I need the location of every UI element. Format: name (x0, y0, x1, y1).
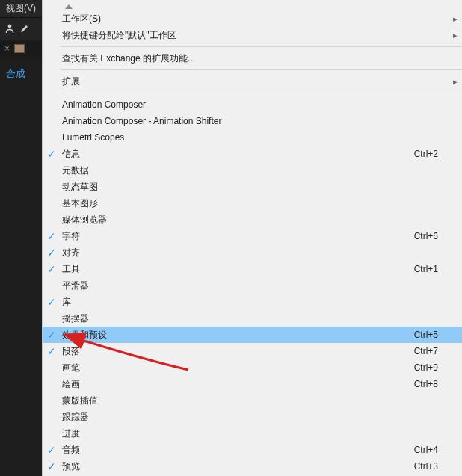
check-icon: ✓ (47, 231, 56, 241)
chevron-right-icon: ▸ (453, 31, 458, 40)
tab-thumbnail[interactable] (14, 44, 25, 53)
check-column: ✓ (43, 149, 61, 159)
menu-item[interactable]: ✓对齐 (43, 244, 462, 261)
menu-item-label: 动态草图 (61, 181, 449, 194)
menu-item[interactable]: 查找有关 Exchange 的扩展功能... (43, 50, 462, 67)
tab-row: × (0, 40, 42, 57)
menu-item[interactable]: ✓工具Ctrl+1 (43, 261, 462, 277)
menu-item-label: 扩展 (61, 75, 449, 88)
menu-item-shortcut: Ctrl+6 (414, 231, 449, 241)
menu-item[interactable]: 摇摆器 (43, 310, 462, 327)
menu-item[interactable]: 平滑器 (43, 277, 462, 294)
menu-item[interactable]: 将快捷键分配给"默认"工作区▸ (43, 27, 462, 43)
menu-item[interactable]: 基本图形 (43, 195, 462, 211)
panel-label-composition[interactable]: 合成 (0, 67, 42, 81)
menu-item-shortcut: Ctrl+5 (414, 330, 449, 340)
menu-item-label: Lumetri Scopes (61, 132, 449, 143)
menu-item[interactable]: ✓字符Ctrl+6 (43, 228, 462, 244)
check-icon: ✓ (47, 297, 56, 307)
menu-item[interactable]: 工作区(S)▸ (43, 10, 462, 27)
menu-item[interactable]: 元数据 (43, 162, 462, 179)
menu-item-shortcut: Ctrl+4 (414, 445, 449, 455)
person-icon[interactable] (4, 23, 15, 36)
check-icon: ✓ (47, 149, 56, 159)
menu-separator (61, 46, 462, 47)
menu-item[interactable]: 媒体浏览器 (43, 211, 462, 228)
menu-item[interactable]: Lumetri Scopes (43, 129, 462, 146)
menu-item-shortcut: Ctrl+1 (414, 264, 449, 274)
menu-item-label: 库 (61, 296, 449, 309)
menu-item-label: 工具 (61, 263, 414, 276)
menu-scroll-up[interactable] (43, 0, 462, 10)
chevron-right-icon: ▸ (453, 77, 458, 87)
menu-item-label: 进度 (61, 427, 449, 440)
menu-item[interactable]: ✓段落Ctrl+7 (43, 343, 462, 359)
menu-item-label: 字符 (61, 230, 414, 243)
menu-item-label: 基本图形 (61, 197, 449, 210)
menu-item[interactable]: 画笔Ctrl+9 (43, 359, 462, 376)
menu-item[interactable]: ✓效果和预设Ctrl+5 (43, 327, 462, 343)
chevron-up-icon (65, 4, 73, 9)
menu-item-label: 媒体浏览器 (61, 214, 449, 226)
menu-item[interactable]: 动态草图 (43, 179, 462, 195)
menu-item-label: 元数据 (61, 164, 449, 177)
submenu-column: ▸ (449, 31, 462, 40)
menu-item-label: 蒙版插值 (61, 395, 449, 407)
menu-separator (61, 69, 462, 70)
check-icon: ✓ (47, 264, 56, 274)
menu-item[interactable]: Animation Composer - Animation Shifter (43, 113, 462, 129)
menu-item[interactable]: 扩展▸ (43, 73, 462, 90)
check-column: ✓ (43, 330, 61, 340)
menu-bar: 视图(V) (0, 0, 42, 18)
menu-item-label: 摇摆器 (61, 312, 449, 325)
menu-item-shortcut: Ctrl+8 (414, 379, 449, 389)
menu-item[interactable]: 蒙版插值 (43, 392, 462, 409)
menu-item-label: Animation Composer - Animation Shifter (61, 116, 449, 126)
menu-item-label: Animation Composer (61, 99, 449, 110)
chevron-right-icon: ▸ (453, 14, 458, 24)
menu-item[interactable]: ✓库 (43, 294, 462, 310)
tool-row (0, 18, 42, 40)
menu-item-shortcut: Ctrl+3 (414, 461, 449, 472)
menu-item[interactable]: 进度 (43, 425, 462, 442)
submenu-column: ▸ (449, 77, 462, 87)
check-column: ✓ (43, 247, 61, 258)
menu-item-label: 查找有关 Exchange 的扩展功能... (61, 52, 449, 65)
menu-item-label: 跟踪器 (61, 411, 449, 424)
check-column: ✓ (43, 264, 61, 274)
menu-item[interactable]: ✓音频Ctrl+4 (43, 442, 462, 458)
menu-item[interactable]: 绘画Ctrl+8 (43, 376, 462, 392)
menu-item-shortcut: Ctrl+9 (414, 362, 449, 373)
menu-item-shortcut: Ctrl+7 (414, 346, 449, 356)
submenu-column: ▸ (449, 14, 462, 24)
menu-item[interactable]: 跟踪器 (43, 409, 462, 425)
check-column: ✓ (43, 461, 61, 472)
menu-item-label: 平滑器 (61, 279, 449, 292)
menu-item[interactable]: ✓信息Ctrl+2 (43, 146, 462, 162)
menu-view[interactable]: 视图(V) (3, 2, 39, 15)
window-menu-dropdown: 工作区(S)▸将快捷键分配给"默认"工作区▸查找有关 Exchange 的扩展功… (42, 0, 462, 476)
menu-item-label: 将快捷键分配给"默认"工作区 (61, 29, 449, 42)
check-icon: ✓ (47, 346, 56, 356)
check-icon: ✓ (47, 461, 56, 472)
brush-icon[interactable] (19, 23, 30, 36)
check-icon: ✓ (47, 445, 56, 455)
menu-item-label: 预览 (61, 460, 414, 473)
app-left-panel: 视图(V) × 合成 (0, 0, 42, 476)
check-column: ✓ (43, 297, 61, 307)
svg-point-0 (8, 24, 12, 28)
close-icon[interactable]: × (4, 43, 10, 54)
menu-item-label: 音频 (61, 444, 414, 457)
menu-item-label: 信息 (61, 148, 414, 161)
menu-item[interactable]: Animation Composer (43, 96, 462, 113)
check-icon: ✓ (47, 247, 56, 258)
check-column: ✓ (43, 346, 61, 356)
menu-item[interactable]: ✓预览Ctrl+3 (43, 458, 462, 475)
check-column: ✓ (43, 445, 61, 455)
menu-item-shortcut: Ctrl+2 (414, 149, 449, 159)
menu-item-label: 绘画 (61, 378, 414, 391)
check-column: ✓ (43, 231, 61, 241)
menu-item-label: 画笔 (61, 362, 414, 374)
check-icon: ✓ (47, 330, 56, 340)
menu-item-label: 效果和预设 (61, 329, 414, 341)
